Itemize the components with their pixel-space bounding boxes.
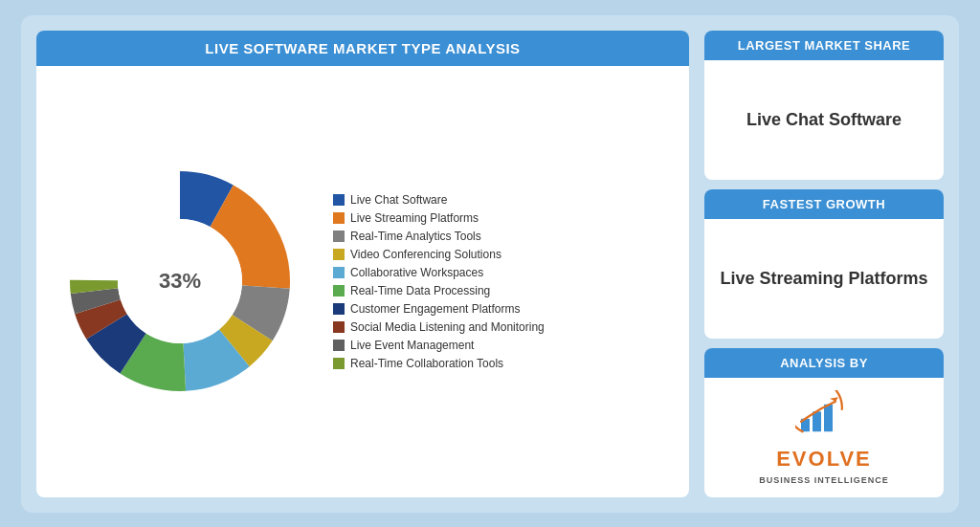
legend-color-2 (333, 212, 345, 224)
chart-body: 33% Live Chat Software Live Streaming Pl… (36, 66, 689, 497)
legend-label-1: Live Chat Software (350, 193, 447, 207)
evolve-logo: EVOLVE BUSINESS INTELLIGENCE (759, 390, 889, 485)
legend-label-6: Real-Time Data Processing (350, 284, 490, 297)
fastest-growth-card: FASTEST GROWTH Live Streaming Platforms (704, 189, 944, 339)
legend-item-10: Real-Time Collaboration Tools (333, 357, 679, 370)
svg-marker-14 (830, 397, 838, 402)
legend-label-9: Live Event Management (350, 339, 474, 352)
legend-color-10 (333, 358, 345, 369)
largest-market-share-value: Live Chat Software (704, 60, 944, 180)
chart-legend: Live Chat Software Live Streaming Platfo… (314, 193, 679, 370)
legend-label-4: Video Conferencing Solutions (350, 248, 501, 261)
legend-color-1 (333, 194, 345, 206)
donut-center-label: 33% (159, 269, 201, 294)
largest-market-share-card: LARGEST MARKET SHARE Live Chat Software (704, 31, 944, 180)
legend-item-3: Real-Time Analytics Tools (333, 230, 679, 243)
right-panel: LARGEST MARKET SHARE Live Chat Software … (704, 31, 944, 497)
legend-color-3 (333, 231, 345, 242)
legend-label-5: Collaborative Workspaces (350, 266, 483, 279)
svg-rect-12 (813, 411, 821, 431)
evolve-text: EVOLVE (776, 447, 872, 472)
legend-item-6: Real-Time Data Processing (333, 284, 679, 297)
legend-label-7: Customer Engagement Platforms (350, 302, 520, 316)
legend-label-8: Social Media Listening and Monitoring (350, 320, 545, 334)
fastest-growth-header: FASTEST GROWTH (704, 189, 944, 219)
legend-color-4 (333, 249, 345, 260)
legend-color-7 (333, 303, 345, 315)
chart-title: LIVE SOFTWARE MARKET TYPE ANALYSIS (36, 31, 689, 66)
largest-market-share-header: LARGEST MARKET SHARE (704, 31, 944, 60)
legend-label-2: Live Streaming Platforms (350, 211, 479, 225)
legend-item-4: Video Conferencing Solutions (333, 248, 679, 261)
legend-color-5 (333, 267, 345, 278)
legend-label-3: Real-Time Analytics Tools (350, 230, 481, 243)
evolve-logo-icon (795, 390, 853, 443)
analysis-by-body: EVOLVE BUSINESS INTELLIGENCE (704, 378, 944, 497)
legend-label-10: Real-Time Collaboration Tools (350, 357, 503, 370)
outer-card: LIVE SOFTWARE MARKET TYPE ANALYSIS (21, 15, 959, 513)
legend-color-6 (333, 285, 345, 296)
legend-color-8 (333, 321, 345, 333)
left-panel: LIVE SOFTWARE MARKET TYPE ANALYSIS (36, 31, 689, 497)
legend-item-1: Live Chat Software (333, 193, 679, 207)
analysis-by-card: ANALYSIS BY EVOLVE (704, 348, 944, 497)
legend-item-7: Customer Engagement Platforms (333, 302, 679, 316)
fastest-growth-value: Live Streaming Platforms (704, 219, 944, 339)
legend-item-5: Collaborative Workspaces (333, 266, 679, 279)
legend-item-8: Social Media Listening and Monitoring (333, 320, 679, 334)
analysis-by-header: ANALYSIS BY (704, 348, 944, 378)
legend-item-2: Live Streaming Platforms (333, 211, 679, 225)
svg-rect-13 (824, 404, 833, 431)
legend-item-9: Live Event Management (333, 339, 679, 352)
legend-color-9 (333, 340, 345, 351)
donut-chart: 33% (46, 147, 314, 415)
evolve-sub-text: BUSINESS INTELLIGENCE (759, 475, 889, 485)
